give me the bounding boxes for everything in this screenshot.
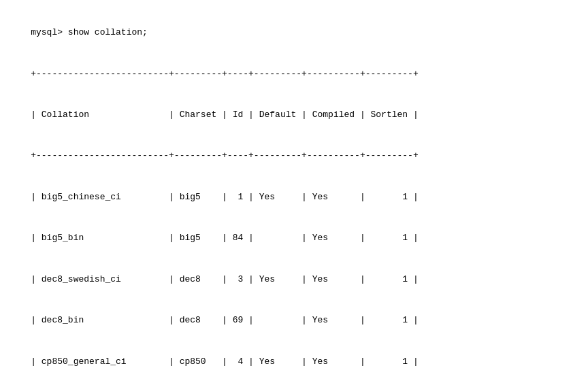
row-1: | big5_bin | big5 | 84 | | Yes | 1 | [31,233,419,243]
command-line: mysql> show collation; [31,27,148,37]
separator-mid: +-------------------------+---------+---… [31,150,419,161]
row-2: | dec8_swedish_ci | dec8 | 3 | Yes | Yes… [31,274,419,284]
separator-top: +-------------------------+---------+---… [31,69,419,79]
terminal-window: mysql> show collation; +----------------… [7,7,581,366]
row-4: | cp850_general_ci | cp850 | 4 | Yes | Y… [31,356,419,366]
row-0: | big5_chinese_ci | big5 | 1 | Yes | Yes… [31,192,419,202]
terminal-content: mysql> show collation; +----------------… [10,12,578,366]
row-3: | dec8_bin | dec8 | 69 | | Yes | 1 | [31,315,419,325]
table-header: | Collation | Charset | Id | Default | C… [31,110,419,120]
